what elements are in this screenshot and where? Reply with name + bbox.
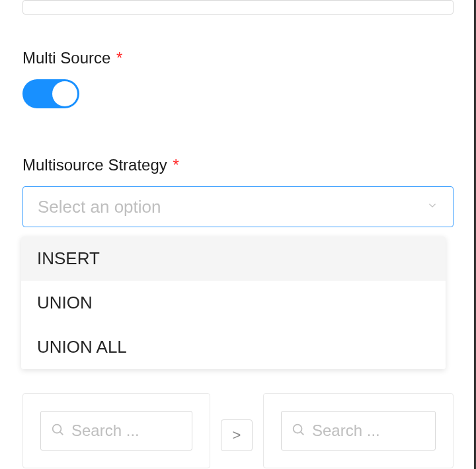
toggle-knob xyxy=(52,81,77,106)
transfer-area: > xyxy=(22,393,454,468)
search-icon xyxy=(291,422,305,439)
select-placeholder: Select an option xyxy=(38,197,161,217)
transfer-buttons: > xyxy=(221,393,253,451)
required-asterisk: * xyxy=(116,49,122,67)
left-search-box[interactable] xyxy=(40,411,192,451)
multi-source-toggle[interactable] xyxy=(22,79,79,108)
label-text: Multi Source xyxy=(22,49,110,67)
right-search-input[interactable] xyxy=(312,421,426,440)
multisource-strategy-select[interactable]: Select an option xyxy=(22,186,454,227)
required-asterisk: * xyxy=(173,156,178,174)
svg-point-0 xyxy=(53,425,61,433)
svg-line-1 xyxy=(60,432,63,435)
right-search-box[interactable] xyxy=(281,411,436,451)
transfer-panel-right xyxy=(263,393,454,468)
svg-line-3 xyxy=(301,432,303,435)
left-search-input[interactable] xyxy=(71,421,182,440)
label-text: Multisource Strategy xyxy=(22,156,167,174)
search-icon xyxy=(50,422,65,439)
multisource-strategy-dropdown: INSERT UNION UNION ALL xyxy=(21,236,446,369)
text-input-partial[interactable] xyxy=(22,0,454,15)
multi-source-label: Multi Source * xyxy=(22,49,454,67)
chevron-right-icon: > xyxy=(233,427,241,444)
dropdown-option-insert[interactable]: INSERT xyxy=(21,236,446,281)
svg-point-2 xyxy=(294,425,302,433)
dropdown-option-union[interactable]: UNION xyxy=(21,281,446,325)
chevron-down-icon xyxy=(426,199,438,214)
move-right-button[interactable]: > xyxy=(221,419,253,451)
transfer-panel-left xyxy=(22,393,210,468)
multisource-strategy-label: Multisource Strategy * xyxy=(22,156,454,174)
dropdown-option-union-all[interactable]: UNION ALL xyxy=(21,325,446,369)
